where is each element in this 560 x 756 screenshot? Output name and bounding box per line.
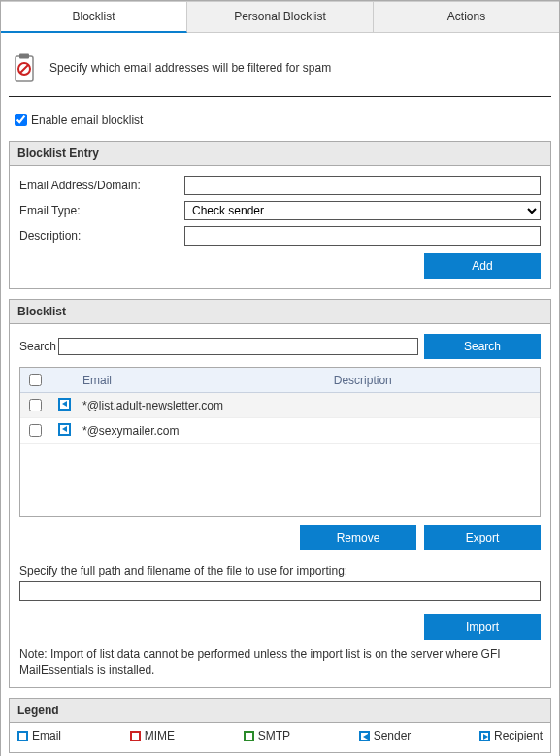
legend-smtp-label: SMTP xyxy=(258,729,290,742)
import-button[interactable]: Import xyxy=(424,614,541,640)
add-button[interactable]: Add xyxy=(424,253,541,279)
import-note: Note: Import of list data cannot be perf… xyxy=(19,647,541,677)
sender-icon xyxy=(58,398,71,411)
legend-mime: MIME xyxy=(130,729,175,742)
table-row[interactable]: *@list.adult-newsletter.com xyxy=(20,393,540,418)
email-type-label: Email Type: xyxy=(19,204,184,217)
search-input[interactable] xyxy=(58,338,418,355)
import-path-input[interactable] xyxy=(19,581,541,601)
blocklist-entry-panel: Blocklist Entry Email Address/Domain: Em… xyxy=(9,141,551,289)
sender-icon xyxy=(359,731,370,741)
description-label: Description: xyxy=(19,229,184,243)
info-text: Specify which email addresses will be fi… xyxy=(49,61,331,75)
row-email: *@sexymailer.com xyxy=(79,424,330,438)
row-email: *@list.adult-newsletter.com xyxy=(79,399,330,412)
recipient-icon xyxy=(479,731,490,741)
table-row[interactable]: *@sexymailer.com xyxy=(20,418,540,444)
sender-icon xyxy=(58,423,71,436)
tab-actions[interactable]: Actions xyxy=(374,1,559,33)
legend-panel: Legend Email MIME SMTP Sender xyxy=(9,698,551,753)
export-button[interactable]: Export xyxy=(424,525,541,550)
legend-mime-label: MIME xyxy=(145,729,175,742)
info-banner: Specify which email addresses will be fi… xyxy=(9,42,551,97)
legend-recipient-label: Recipient xyxy=(494,729,543,742)
email-address-input[interactable] xyxy=(184,176,541,195)
svg-rect-1 xyxy=(19,54,29,59)
enable-label: Enable email blocklist xyxy=(31,114,143,127)
search-button[interactable]: Search xyxy=(424,334,541,359)
description-input[interactable] xyxy=(184,226,541,246)
remove-button[interactable]: Remove xyxy=(300,525,416,550)
legend-email-label: Email xyxy=(32,729,61,742)
search-label: Search xyxy=(19,340,56,353)
legend-sender-label: Sender xyxy=(374,729,412,742)
enable-row: Enable email blocklist xyxy=(9,103,551,141)
legend-recipient: Recipient xyxy=(479,729,543,742)
clipboard-block-icon xyxy=(11,51,38,84)
legend-smtp: SMTP xyxy=(244,729,290,742)
select-all-checkbox[interactable] xyxy=(29,374,42,386)
row-checkbox[interactable] xyxy=(29,399,42,411)
blocklist-entry-title: Blocklist Entry xyxy=(10,142,550,166)
tab-blocklist[interactable]: Blocklist xyxy=(1,1,187,33)
email-type-select[interactable]: Check sender xyxy=(184,201,541,220)
tab-personal-blocklist[interactable]: Personal Blocklist xyxy=(187,1,374,33)
blocklist-title: Blocklist xyxy=(10,300,550,324)
mime-icon xyxy=(130,731,141,741)
grid-header: Email Description xyxy=(20,368,540,393)
column-email[interactable]: Email xyxy=(79,374,330,387)
column-description[interactable]: Description xyxy=(330,374,540,387)
import-section: Specify the full path and filename of th… xyxy=(19,564,541,677)
enable-checkbox[interactable] xyxy=(15,114,27,126)
email-address-label: Email Address/Domain: xyxy=(19,179,184,192)
blocklist-panel: Blocklist Search Search Email Descriptio… xyxy=(9,299,551,688)
email-icon xyxy=(17,731,28,741)
smtp-icon xyxy=(244,731,254,741)
legend-title: Legend xyxy=(10,699,550,723)
row-checkbox[interactable] xyxy=(29,424,42,437)
legend-sender: Sender xyxy=(359,729,412,742)
import-intro: Specify the full path and filename of th… xyxy=(19,564,541,577)
tab-bar: Blocklist Personal Blocklist Actions xyxy=(1,1,559,34)
legend-email: Email xyxy=(17,729,61,742)
blocklist-grid: Email Description *@list.adult-newslette… xyxy=(19,367,541,517)
